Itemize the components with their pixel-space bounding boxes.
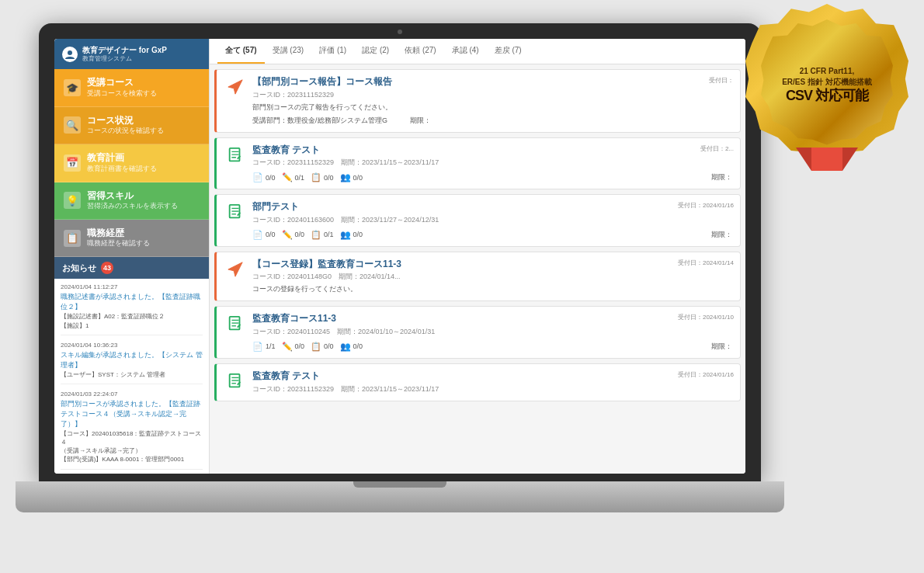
notif-link-1[interactable]: 職務記述書が承認されました。【監査証跡職位２】 xyxy=(61,292,203,312)
badge-stamp: 21 CFR Part11, ER/ES 指針 対応機能搭載 CSV 対応可能 xyxy=(745,4,908,167)
career-nav-text: 職務経歴 職務経歴を確認する xyxy=(87,227,150,248)
stat-edit-icon: ✏️ xyxy=(282,230,293,240)
course-date-3: 受付日：2024/01/16 xyxy=(678,201,734,210)
tab-request[interactable]: 依頼 (27) xyxy=(397,39,444,64)
stat-people-val: 0/0 xyxy=(353,174,363,182)
tab-eval[interactable]: 評価 (1) xyxy=(311,39,354,64)
stat-edit-icon: ✏️ xyxy=(282,342,293,352)
course-nav-sub: 受講コースを検索する xyxy=(87,89,157,99)
stat-doc-val: 1/1 xyxy=(266,342,276,350)
stat-people-icon: 👥 xyxy=(340,230,351,240)
course-title-4: 【コース登録】監査教育コース11-3 xyxy=(252,259,732,271)
notif-date-1: 2024/01/04 11:12:27 xyxy=(61,283,203,290)
send-icon-1 xyxy=(227,78,244,96)
sidebar-item-course[interactable]: 🎓 受講コース 受講コースを検索する xyxy=(54,69,209,106)
logo-svg xyxy=(64,49,75,60)
course-meta-3: 📄0/0 ✏️0/0 📋0/1 👥0/0 期限： xyxy=(252,230,732,240)
badge-title: CSV 対応可能 xyxy=(782,88,872,105)
course-stats-2: 📄0/0 ✏️0/1 📋0/0 👥0/0 xyxy=(252,172,363,182)
tab-study[interactable]: 受講 (23) xyxy=(265,39,312,64)
badge-subtitle: 21 CFR Part11, ER/ES 指針 対応機能搭載 xyxy=(782,66,872,88)
course-id-6: コースID：202311152329 期間：2023/11/15～2023/11… xyxy=(252,384,732,394)
notif-detail-3: 【コース】202401035618：監査証跡テストコース４（受講→スキル承認→完… xyxy=(61,429,203,464)
stat-doc-val: 0/0 xyxy=(266,174,276,182)
skill-icon: 💡 xyxy=(64,192,81,209)
course-title-2: 監査教育 テスト xyxy=(252,144,732,157)
course-stats-3: 📄0/0 ✏️0/0 📋0/1 👥0/0 xyxy=(252,230,363,240)
skill-nav-title: 習得スキル xyxy=(87,190,178,201)
course-title-5: 監査教育コース11-3 xyxy=(252,313,732,325)
course-desc-4: コースの登録を行ってください。 xyxy=(252,284,732,294)
course-body-3: 部門テスト コースID：202401163600 期間：2023/11/27～2… xyxy=(252,201,732,240)
notification-item: 2024/01/04 10:36:23 スキル編集が承認されました。【システム … xyxy=(61,342,203,384)
doc-icon-6 xyxy=(227,373,244,390)
stat-edit-val: 0/1 xyxy=(295,174,305,182)
stat-clip: 📋0/0 xyxy=(311,342,334,352)
course-header-5: 監査教育コース11-3 コースID：20240110245 期間：2024/01… xyxy=(224,313,732,352)
stat-clip-icon: 📋 xyxy=(311,342,321,352)
course-card[interactable]: 監査教育 テスト コースID：202311152329 期間：2023/11/1… xyxy=(214,363,741,401)
sidebar: 教育デザイナー for GxP 教育管理システム 🎓 受講コース 受講コースを検… xyxy=(54,39,210,474)
main-content: 全て (57) 受講 (23) 評価 (1) 認定 (2) 依頼 (27) 承認… xyxy=(210,39,745,474)
course-id-3: コースID：202401163600 期間：2023/11/27～2024/12… xyxy=(252,215,732,225)
course-body-5: 監査教育コース11-3 コースID：20240110245 期間：2024/01… xyxy=(252,313,732,352)
course-card[interactable]: 【コース登録】監査教育コース11-3 コースID：202401148G0 期間：… xyxy=(214,252,741,302)
course-icon-4 xyxy=(224,259,246,280)
course-title-6: 監査教育 テスト xyxy=(252,370,732,383)
course-body-4: 【コース登録】監査教育コース11-3 コースID：202401148G0 期間：… xyxy=(252,259,732,295)
tab-return[interactable]: 差戻 (7) xyxy=(487,39,530,64)
course-card[interactable]: 監査教育 テスト コースID：202311152329 期間：2023/11/1… xyxy=(214,137,741,190)
course-id-2: コースID：202311152329 期間：2023/11/15～2023/11… xyxy=(252,158,732,168)
notification-list: 2024/01/04 11:12:27 職務記述書が承認されました。【監査証跡職… xyxy=(54,279,209,474)
notif-link-3[interactable]: 部門別コースが承認されました。【監査証跡テストコース４（受講→スキル認定→完了）… xyxy=(61,399,203,429)
tab-approve[interactable]: 承認 (4) xyxy=(444,39,487,64)
stat-people: 👥0/0 xyxy=(340,172,363,182)
sidebar-item-plan[interactable]: 📅 教育計画 教育計画書を確認する xyxy=(54,144,209,182)
sidebar-item-career[interactable]: 📋 職務経歴 職務経歴を確認する xyxy=(54,220,209,257)
course-deadline-3: 期限： xyxy=(711,230,732,240)
stat-clip: 📋0/0 xyxy=(311,172,334,182)
course-dept-1: 受講部門：数理役金/総務部/システム管理G 期限： xyxy=(252,116,732,126)
course-card[interactable]: 部門テスト コースID：202401163600 期間：2023/11/27～2… xyxy=(214,194,741,247)
course-date-4: 受付日：2024/01/14 xyxy=(678,259,734,267)
doc-icon-5 xyxy=(227,315,244,332)
stat-clip-val: 0/0 xyxy=(324,342,334,350)
course-icon-6 xyxy=(224,370,246,392)
course-header-4: 【コース登録】監査教育コース11-3 コースID：202401148G0 期間：… xyxy=(224,259,732,295)
ribbon-right xyxy=(842,148,858,171)
notification-item: 2024/01/03 22:24:07 部門別コースが承認されました。【監査証跡… xyxy=(61,391,203,470)
course-deadline-2: 期限： xyxy=(711,172,732,182)
course-title-3: 部門テスト xyxy=(252,201,732,214)
stat-doc: 📄1/1 xyxy=(252,342,276,352)
notif-detail-2: 【ユーザー】SYST：システム 管理者 xyxy=(61,370,203,379)
course-card[interactable]: 監査教育コース11-3 コースID：20240110245 期間：2024/01… xyxy=(214,306,741,359)
course-card[interactable]: 【部門別コース報告】コース報告 コースID：202311152329 部門別コー… xyxy=(214,69,741,133)
course-meta-2: 📄0/0 ✏️0/1 📋0/0 👥0/0 期限： xyxy=(252,172,732,182)
career-nav-sub: 職務経歴を確認する xyxy=(87,238,150,248)
stat-people: 👥0/0 xyxy=(340,230,363,240)
laptop-base xyxy=(16,481,784,512)
course-body-6: 監査教育 テスト コースID：202311152329 期間：2023/11/1… xyxy=(252,370,732,394)
course-title-1: 【部門別コース報告】コース報告 xyxy=(252,76,732,89)
status-nav-text: コース状況 コースの状況を確認する xyxy=(87,115,164,136)
tab-all[interactable]: 全て (57) xyxy=(217,39,265,64)
course-icon-1 xyxy=(224,76,246,98)
sidebar-item-status[interactable]: 🔍 コース状況 コースの状況を確認する xyxy=(54,107,209,144)
notification-label: お知らせ xyxy=(62,262,96,274)
course-body-1: 【部門別コース報告】コース報告 コースID：202311152329 部門別コー… xyxy=(252,76,732,126)
sidebar-item-skill[interactable]: 💡 習得スキル 習得済みのスキルを表示する xyxy=(54,182,209,220)
tab-cert[interactable]: 認定 (2) xyxy=(354,39,397,64)
status-icon: 🔍 xyxy=(64,116,81,134)
course-desc-1: 部門別コースの完了報告を行ってください。 xyxy=(252,102,732,113)
plan-nav-title: 教育計画 xyxy=(87,152,157,163)
plan-nav-sub: 教育計画書を確認する xyxy=(87,164,157,174)
stat-clip: 📋0/1 xyxy=(311,230,334,240)
plan-icon: 📅 xyxy=(64,155,81,172)
course-id-1: コースID：202311152329 xyxy=(252,90,732,100)
ribbon-left xyxy=(796,148,811,171)
notif-link-2[interactable]: スキル編集が承認されました。【システム 管理者】 xyxy=(61,350,203,370)
stat-doc-icon: 📄 xyxy=(252,342,263,352)
logo-title: 教育デザイナー for GxP xyxy=(82,45,167,55)
stat-edit: ✏️0/1 xyxy=(282,172,305,182)
course-date-2: 受付日：2... xyxy=(700,144,734,153)
